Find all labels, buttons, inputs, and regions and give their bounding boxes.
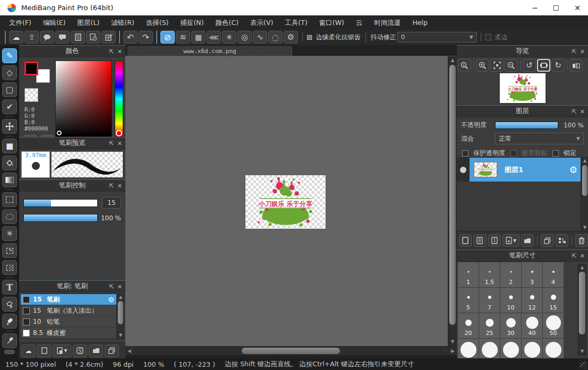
blend-mode-dropdown[interactable]: 正常 ▼ [495,133,584,144]
menu-help[interactable]: Help [406,16,433,29]
snap-grid-button[interactable]: ▦ [191,31,206,44]
tool-strip-handle[interactable] [4,350,15,354]
brush-size-cell[interactable] [479,339,500,358]
brush-size-cell[interactable] [458,339,479,358]
operate-tool[interactable] [2,297,17,312]
brush-size-cell[interactable]: 7 [479,288,500,313]
brush-size-cell[interactable]: 15 [543,288,564,313]
select-rect-tool[interactable] [2,192,17,207]
brush-size-cell[interactable]: 30 [500,313,521,338]
brush-list-item[interactable]: 15 中空笔 [21,339,124,339]
scrollbar-thumb[interactable] [449,65,456,325]
history-button[interactable] [86,31,100,44]
scrollbar-thumb[interactable] [582,165,587,196]
brush-size-cell[interactable]: 1.5 [479,262,500,287]
popout-icon[interactable]: ⇱ [572,108,577,115]
brush-size-cell[interactable]: 12 [522,288,542,313]
shape-tool[interactable]: ▢ [2,82,17,97]
brush-sizes-scrollbar[interactable]: ▲ ▼ [578,264,586,355]
scroll-down-arrow[interactable]: ▼ [117,332,124,339]
eyedropper-tool[interactable] [2,333,17,348]
menu-select[interactable]: 选择(S) [140,16,175,29]
canvas-tab[interactable]: www.x6d.com.png [127,46,292,56]
snap-settings-button[interactable]: ⚙ [284,31,298,44]
zoom-in-button[interactable] [476,59,489,72]
close-button[interactable]: ✕ [567,0,588,15]
close-icon[interactable]: ✕ [117,140,122,147]
magic-wand-tool[interactable]: ✳ [2,226,17,241]
scrollbar-thumb[interactable] [242,348,340,354]
gear-icon[interactable]: ⚙ [108,296,114,304]
new-1bit-layer-button[interactable]: 1 [488,234,501,247]
cloud-button[interactable]: ☁ [9,31,23,44]
hue-cursor[interactable] [116,130,122,136]
close-icon[interactable]: ✕ [117,283,122,290]
scroll-down-arrow[interactable]: ▼ [581,225,588,231]
protect-alpha-toggle[interactable]: 保护透明度 [462,149,505,158]
brush-size-cell[interactable]: 10 [500,288,521,313]
redo-button[interactable]: ↷ [139,31,153,44]
protect-alpha-checkbox[interactable] [462,150,468,157]
eraser-tool[interactable]: ◇ [2,65,17,80]
layer-folder-button[interactable] [521,234,534,247]
zoom-out-button[interactable] [505,59,518,72]
transparent-color-swatch[interactable] [24,88,38,102]
close-icon[interactable]: ✕ [117,48,122,55]
clipping-toggle[interactable]: 图层剪贴 [510,149,547,158]
document-button[interactable] [71,31,85,44]
zoom-100-button[interactable]: 1 [458,59,471,72]
merge-layer-button[interactable] [556,234,568,247]
stabilizer-dropdown[interactable]: 0 ▼ [397,32,477,42]
brush-size-cell[interactable] [500,339,521,358]
brush-size-cell[interactable]: 25 [479,313,500,338]
text-tool[interactable]: T [2,280,17,295]
community-button[interactable] [40,31,54,44]
saturation-value-picker[interactable] [55,61,112,137]
brush-size-cell[interactable]: 50 [543,313,564,338]
fill-rect-tool[interactable]: ■ [2,139,17,153]
duplicate-brush-button[interactable] [105,345,119,357]
foreground-color-swatch[interactable] [24,62,38,75]
lock-toggle[interactable]: 锁定 [552,149,576,158]
menu-filter[interactable]: 滤镜(R) [105,16,140,29]
scrollbar-thumb[interactable] [579,272,585,334]
brush-size-cell[interactable]: 5 [458,288,479,313]
menu-color[interactable]: 颜色(C) [210,16,244,29]
add-brush-menu-button[interactable]: ▼ [53,345,71,357]
reset-rotation-button[interactable] [537,59,550,72]
canvas-settings-button[interactable] [101,31,116,44]
brush-size-cell[interactable]: 40 [522,313,542,338]
canvas-horizontal-scrollbar[interactable]: ◀ ▶ [125,346,457,355]
layer-row[interactable]: 图层1 ⚙ [457,158,588,182]
select-pen-tool[interactable]: ✎ [2,243,17,258]
brush-list-scrollbar[interactable]: ▲ ▼ [116,294,124,339]
scrollbar-thumb[interactable] [118,301,123,324]
close-icon[interactable]: ✕ [580,48,585,55]
minimize-button[interactable]: ─ [524,0,546,15]
brush-size-cell[interactable]: 20 [458,313,479,338]
lock-checkbox[interactable] [552,150,559,157]
brush-list-item[interactable]: 8.5 橡皮擦 [21,328,124,339]
popout-icon[interactable]: ⇱ [109,140,114,147]
snap-parallel-button[interactable]: ≋ [176,31,190,44]
brush-list-item[interactable]: 15 笔刷（淡入淡出） [21,305,124,316]
layer-visibility-cell[interactable] [457,158,470,182]
publish-button[interactable]: ⇧ [24,31,39,44]
antialias-toggle[interactable]: ⊠ 边缘柔化抗锯齿 [306,33,362,42]
new-8bit-layer-button[interactable]: 8 [473,234,486,247]
brush-tool[interactable]: ✎ [2,48,17,63]
brush-opacity-slider[interactable] [23,214,98,222]
layer-opacity-slider[interactable] [495,122,558,129]
popout-icon[interactable]: ⇱ [572,48,577,55]
clipping-checkbox[interactable] [510,150,517,157]
lasso-tool[interactable] [2,209,17,224]
brush-folder-button[interactable] [89,345,103,357]
brush-size-slider[interactable] [23,199,98,207]
new-layer-button[interactable] [459,234,472,247]
navigator-thumbnail[interactable] [500,73,546,103]
sv-cursor[interactable] [57,131,62,135]
flip-horizontal-button[interactable] [569,59,583,72]
canvas-viewport[interactable] [125,56,448,346]
snap-curve-button[interactable]: ∿ [253,31,267,44]
snap-concentric-button[interactable]: ◎ [237,31,252,44]
